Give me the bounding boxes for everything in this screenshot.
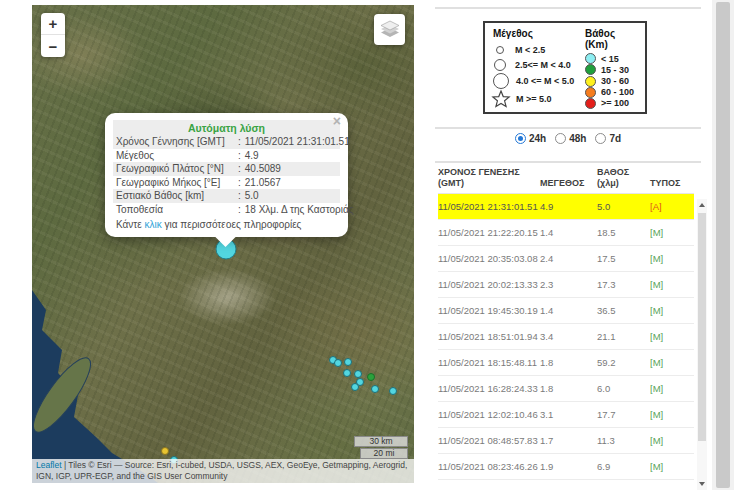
legend-item: M < 2.5 — [493, 42, 577, 58]
table-row[interactable]: 11/05/2021 20:02:13.33 2.3 17.3 [M] — [438, 272, 694, 298]
time-filter-label: 48h — [569, 133, 586, 144]
legend-item-label: 2.5<= M < 4.0 — [515, 60, 571, 70]
popup-row-value: :5.0 — [238, 190, 337, 202]
table-body: 11/05/2021 21:31:01.51 4.9 5.0 [A] 11/05… — [438, 194, 694, 480]
cell-magnitude: 1.8 — [540, 357, 597, 368]
legend-item-label: 60 - 100 — [601, 87, 634, 97]
scroll-up-icon[interactable] — [699, 203, 705, 207]
earthquake-marker[interactable] — [389, 387, 397, 395]
leaflet-link[interactable]: Leaflet — [36, 460, 62, 470]
legend-depth: Βάθος (Km) < 15 15 - 30 30 - 60 60 - 100… — [585, 28, 639, 109]
table-row[interactable]: 11/05/2021 18:51:01.94 3.4 21.1 [M] — [438, 324, 694, 350]
scroll-down-icon[interactable] — [699, 482, 705, 486]
divider — [435, 7, 701, 9]
time-filter-option[interactable]: 7d — [595, 133, 621, 144]
cell-time: 11/05/2021 18:51:01.94 — [438, 331, 540, 342]
cell-depth: 21.1 — [597, 331, 650, 342]
legend-depth-title: Βάθος (Km) — [585, 28, 639, 50]
cell-magnitude: 1.9 — [540, 461, 597, 472]
map-container[interactable]: + − × Αυτόματη λύση Χρόνος Γέννησης [GMT… — [32, 5, 414, 483]
header-time: ΧΡΟΝΟΣ ΓΕΝΕΣΗΣ (GMT) — [438, 167, 540, 188]
cell-type: [M] — [650, 279, 694, 290]
cell-type: [M] — [650, 409, 694, 420]
cell-depth: 6.9 — [597, 461, 650, 472]
time-filter-option[interactable]: 24h — [515, 133, 546, 144]
table-row[interactable]: 11/05/2021 19:45:30.19 1.4 36.5 [M] — [438, 298, 694, 324]
cell-time: 11/05/2021 08:48:57.83 — [438, 435, 540, 446]
table-scrollbar[interactable] — [697, 199, 707, 490]
table-row[interactable]: 11/05/2021 12:02:10.46 3.1 17.7 [M] — [438, 402, 694, 428]
earthquake-marker[interactable] — [161, 447, 169, 455]
legend-item: 4.0 <= M < 5.0 — [493, 73, 577, 89]
cell-time: 11/05/2021 21:22:20.15 — [438, 227, 540, 238]
popup-row: Τοποθεσία :18 Χλμ. Δ της Καστοριάς — [113, 203, 340, 217]
depth-color-dot-icon — [585, 53, 596, 64]
cell-depth: 59.2 — [597, 357, 650, 368]
legend-item: < 15 — [585, 53, 639, 64]
page-scrollbar[interactable] — [712, 0, 734, 490]
page-scrollbar-thumb[interactable] — [716, 2, 730, 488]
cell-type: [A] — [650, 201, 694, 212]
cell-depth: 11.3 — [597, 435, 650, 446]
legend-item-label: >= 100 — [601, 98, 629, 108]
earthquake-marker[interactable] — [344, 358, 352, 366]
cell-magnitude: 1.7 — [540, 435, 597, 446]
more-info-link[interactable]: κλικ — [145, 219, 162, 230]
legend-item: M >= 5.0 — [493, 89, 577, 109]
legend-item: 30 - 60 — [585, 75, 639, 86]
cell-depth: 18.5 — [597, 227, 650, 238]
time-filter-label: 7d — [609, 133, 621, 144]
header-type: ΤΥΠΟΣ — [650, 178, 694, 189]
popup-row-label: Εστιακό Βάθος [km] — [116, 190, 238, 202]
table-row[interactable]: 11/05/2021 21:22:20.15 1.4 18.5 [M] — [438, 220, 694, 246]
table-row[interactable]: 11/05/2021 16:28:24.33 1.8 6.0 [M] — [438, 376, 694, 402]
legend-depth-items: < 15 15 - 30 30 - 60 60 - 100 >= 100 — [585, 53, 639, 109]
cell-time: 11/05/2021 19:45:30.19 — [438, 305, 540, 316]
cell-type: [M] — [650, 331, 694, 342]
cell-time: 11/05/2021 16:28:24.33 — [438, 383, 540, 394]
cell-type: [M] — [650, 435, 694, 446]
radio-icon[interactable] — [555, 133, 566, 144]
header-magnitude: ΜΕΓΕΘΟΣ — [540, 178, 597, 189]
popup-row: Γεωγραφικό Μήκος [°E] :21.0567 — [113, 176, 340, 190]
cell-time: 11/05/2021 12:02:10.46 — [438, 409, 540, 420]
close-icon[interactable]: × — [333, 114, 341, 128]
earthquake-marker[interactable] — [354, 370, 362, 378]
layers-button[interactable] — [374, 14, 405, 45]
earthquake-marker[interactable] — [351, 383, 359, 391]
table-row[interactable]: 11/05/2021 21:31:01.51 4.9 5.0 [A] — [438, 194, 694, 220]
earthquake-marker[interactable] — [367, 373, 375, 381]
cell-time: 11/05/2021 20:02:13.33 — [438, 279, 540, 290]
table-row[interactable]: 11/05/2021 08:48:57.83 1.7 11.3 [M] — [438, 428, 694, 454]
table-row[interactable]: 11/05/2021 18:15:48.11 1.8 59.2 [M] — [438, 350, 694, 376]
cell-magnitude: 3.1 — [540, 409, 597, 420]
popup-row-value: :11/05/2021 21:31:01.51 — [238, 136, 350, 148]
legend-item-label: 15 - 30 — [601, 65, 629, 75]
earthquake-marker[interactable] — [371, 385, 379, 393]
cell-type: [M] — [650, 227, 694, 238]
cell-depth: 5.0 — [597, 201, 650, 212]
radio-icon[interactable] — [595, 133, 606, 144]
zoom-in-button[interactable]: + — [41, 13, 65, 35]
earthquake-marker[interactable] — [343, 369, 351, 377]
cell-depth: 17.5 — [597, 253, 650, 264]
table-scrollbar-thumb[interactable] — [698, 213, 706, 441]
zoom-out-button[interactable]: − — [41, 35, 65, 57]
magnitude-large-circle-icon — [493, 73, 509, 89]
legend-item-label: 4.0 <= M < 5.0 — [516, 76, 574, 86]
cell-magnitude: 1.4 — [540, 305, 597, 316]
map-zoom-control: + − — [41, 13, 65, 57]
star-icon — [491, 89, 511, 109]
header-depth: ΒΑΘΟΣ (χλμ) — [597, 167, 650, 188]
cell-magnitude: 4.9 — [540, 201, 597, 212]
table-row[interactable]: 11/05/2021 20:35:03.08 2.4 17.5 [M] — [438, 246, 694, 272]
cell-magnitude: 3.4 — [540, 331, 597, 342]
radio-icon[interactable] — [515, 133, 526, 144]
depth-color-dot-icon — [585, 87, 596, 98]
divider — [435, 127, 701, 129]
table-row[interactable]: 11/05/2021 08:23:46.26 1.9 6.9 [M] — [438, 454, 694, 480]
popup-row-label: Τοποθεσία — [116, 204, 238, 216]
legend-item-label: < 15 — [601, 54, 619, 64]
earthquake-marker[interactable] — [334, 359, 342, 367]
time-filter-option[interactable]: 48h — [555, 133, 586, 144]
